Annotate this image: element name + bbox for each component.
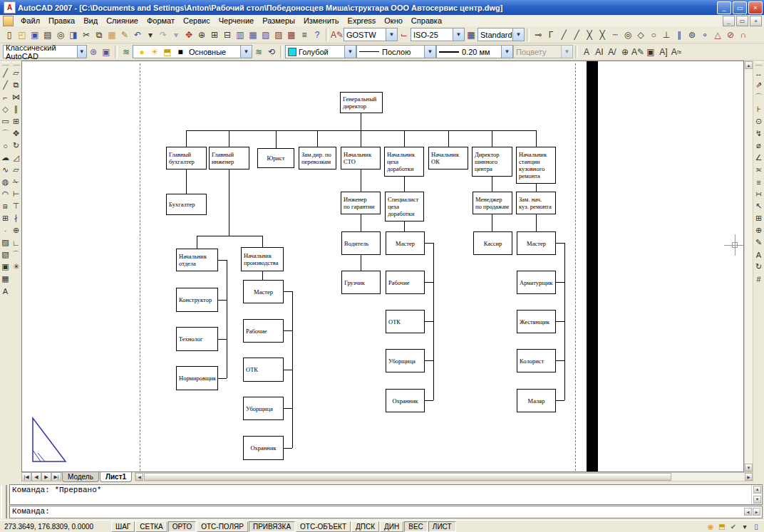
menu-черчение[interactable]: Черчение bbox=[215, 16, 259, 26]
menu-вид[interactable]: Вид bbox=[79, 16, 102, 26]
chevron-down-icon[interactable]: ▼ bbox=[424, 46, 435, 58]
toggle-сетка[interactable]: СЕТКА bbox=[135, 521, 167, 532]
open-file-icon[interactable]: ◰ bbox=[16, 28, 29, 41]
org-box[interactable]: Водитель bbox=[341, 231, 381, 255]
org-box[interactable]: Арматурщик bbox=[517, 271, 556, 294]
menu-express[interactable]: Express bbox=[344, 16, 381, 26]
command-window-grip[interactable] bbox=[1, 485, 7, 518]
linear-dimension-icon[interactable]: ↔ bbox=[754, 67, 764, 79]
trim-icon[interactable]: ✁ bbox=[11, 176, 21, 188]
snap-from-icon[interactable]: Γ bbox=[544, 28, 557, 41]
toolbar-grip[interactable] bbox=[2, 62, 9, 66]
org-box[interactable]: Мастер bbox=[243, 280, 284, 303]
snap-endpoint-icon[interactable]: ╱ bbox=[557, 28, 570, 41]
pan-realtime-icon[interactable]: ✥ bbox=[182, 28, 195, 41]
circle-icon[interactable]: ○ bbox=[1, 140, 11, 152]
scroll-right-icon[interactable]: ▶ bbox=[753, 508, 760, 516]
coordinate-display[interactable]: 273.3649, 176.8309, 0.0000 bbox=[0, 523, 111, 531]
text-style-combo[interactable]: GOSTW ▼ bbox=[344, 28, 398, 41]
revision-cloud-icon[interactable]: ☁ bbox=[1, 152, 11, 164]
mdi-close-button[interactable]: × bbox=[750, 16, 762, 26]
toolbar-lock-icon[interactable]: ⬒ bbox=[717, 522, 727, 532]
plot-icon[interactable]: ▤ bbox=[41, 28, 54, 41]
tool-palettes-icon[interactable]: ▧ bbox=[259, 28, 272, 41]
table-style-combo[interactable]: Standard ▼ bbox=[478, 28, 525, 41]
toggle-лист[interactable]: ЛИСТ bbox=[428, 521, 456, 532]
org-box[interactable]: Кассир bbox=[473, 231, 512, 255]
menu-слияние[interactable]: Слияние bbox=[102, 16, 143, 26]
drawing-file-icon[interactable] bbox=[3, 16, 14, 26]
toggle-орто[interactable]: ОРТО bbox=[168, 521, 196, 532]
chevron-down-icon[interactable]: ▼ bbox=[512, 28, 524, 41]
snap-none-icon[interactable]: ⊘ bbox=[724, 28, 737, 41]
workspace-combo[interactable]: Классический AutoCAD ▼ bbox=[3, 45, 87, 58]
toolbar-grip[interactable] bbox=[13, 62, 20, 66]
jogged-dimension-icon[interactable]: ↯ bbox=[754, 127, 764, 140]
scroll-down-icon[interactable]: ▼ bbox=[753, 496, 761, 504]
undo-icon[interactable]: ↶ bbox=[131, 28, 144, 41]
tab-first-icon[interactable]: |◀ bbox=[21, 472, 31, 481]
snap-midpoint-icon[interactable]: ╱ bbox=[570, 28, 583, 41]
center-mark-icon[interactable]: ⊕ bbox=[754, 224, 764, 236]
join-icon[interactable]: ⊕ bbox=[11, 224, 21, 236]
ellipse-arc-icon[interactable]: ◠ bbox=[1, 188, 11, 200]
break-icon[interactable]: ∤ bbox=[11, 212, 21, 224]
snap-intersection-icon[interactable]: ╳ bbox=[583, 28, 596, 41]
layer-combo[interactable]: ●☀⬒■ Основные ▼ bbox=[133, 45, 252, 58]
org-box[interactable]: ОТК bbox=[243, 358, 284, 382]
move-icon[interactable]: ✥ bbox=[11, 127, 21, 140]
undo-dropdown-icon[interactable]: ▾ bbox=[144, 28, 157, 41]
snap-apparent-intersection-icon[interactable]: ╳ bbox=[596, 28, 609, 41]
workspace-settings-icon[interactable]: ⊛ bbox=[87, 46, 100, 58]
org-box[interactable]: Главный инженер bbox=[209, 147, 249, 169]
drawing-canvas[interactable]: Генеральный директорГлавный бухгалтерГла… bbox=[21, 61, 744, 472]
erase-icon[interactable]: ▱ bbox=[11, 67, 21, 79]
zoom-previous-icon[interactable]: ⊟ bbox=[221, 28, 234, 41]
quick-leader-icon[interactable]: ↖ bbox=[754, 200, 764, 212]
angular-dimension-icon[interactable]: ∠ bbox=[754, 152, 764, 164]
dim-style-manager-icon[interactable]: ⌙ bbox=[398, 28, 411, 41]
mdi-restore-button[interactable]: ▭ bbox=[736, 16, 748, 26]
polyline-icon[interactable]: ⌐ bbox=[1, 91, 11, 103]
scrollbar-thumb[interactable] bbox=[144, 473, 671, 481]
rotate-icon[interactable]: ↻ bbox=[11, 140, 21, 152]
tolerance-icon[interactable]: ⊞ bbox=[754, 212, 764, 224]
tray-dropdown-icon[interactable]: ▾ bbox=[740, 522, 750, 532]
snap-extension-icon[interactable]: ┄ bbox=[609, 28, 621, 41]
toggle-шаг[interactable]: ШАГ bbox=[111, 521, 135, 532]
ordinate-dimension-icon[interactable]: ⊦ bbox=[754, 103, 764, 115]
layer-on-bulb-icon[interactable]: ● bbox=[135, 46, 148, 58]
layer-color-swatch[interactable]: ■ bbox=[174, 46, 187, 58]
org-box[interactable]: Главный бухгалтер bbox=[166, 147, 207, 169]
polygon-icon[interactable]: ◇ bbox=[1, 103, 11, 115]
vertical-scrollbar[interactable]: ▲ ▼ bbox=[744, 61, 753, 472]
table-style-manager-icon[interactable]: ▦ bbox=[465, 28, 478, 41]
arc-length-icon[interactable]: ⌒ bbox=[754, 91, 764, 103]
chevron-down-icon[interactable]: ▼ bbox=[344, 46, 356, 58]
gradient-icon[interactable]: ▧ bbox=[1, 249, 11, 261]
org-box[interactable]: Грузчик bbox=[341, 271, 381, 294]
org-box[interactable]: Специалист цеха доработки bbox=[385, 192, 424, 221]
toggle-дпск[interactable]: ДПСК bbox=[351, 521, 379, 532]
scale-text-icon[interactable]: ▣ bbox=[644, 46, 657, 58]
horizontal-scrollbar[interactable]: ◀ ▶ bbox=[135, 472, 753, 481]
snap-quadrant-icon[interactable]: ◇ bbox=[634, 28, 647, 41]
org-box[interactable]: Рабочие bbox=[386, 271, 425, 294]
tab-prev-icon[interactable]: ◀ bbox=[31, 472, 41, 481]
scroll-down-icon[interactable]: ▼ bbox=[745, 464, 753, 471]
break-at-point-icon[interactable]: ⊤ bbox=[11, 200, 21, 212]
layer-properties-manager-icon[interactable]: ≋ bbox=[120, 46, 133, 58]
paste-icon[interactable]: ▦ bbox=[105, 28, 118, 41]
snap-center-icon[interactable]: ◎ bbox=[621, 28, 634, 41]
snap-tangent-icon[interactable]: ○ bbox=[647, 28, 660, 41]
dimension-edit-icon[interactable]: ✎ bbox=[754, 236, 764, 249]
aligned-dimension-icon[interactable]: ⇗ bbox=[754, 79, 764, 91]
chevron-down-icon[interactable]: ▼ bbox=[501, 46, 512, 58]
properties-palette-icon[interactable]: ▥ bbox=[234, 28, 247, 41]
org-box[interactable]: Начальник СТО bbox=[341, 147, 381, 169]
arc-icon[interactable]: ⌒ bbox=[1, 127, 11, 140]
org-box[interactable]: Начальник производства bbox=[241, 247, 284, 271]
mirror-icon[interactable]: ⋈ bbox=[11, 91, 21, 103]
command-history[interactable]: Команда: *Прервано* ▲ ▼ bbox=[9, 484, 763, 505]
scroll-up-icon[interactable]: ▲ bbox=[745, 61, 753, 69]
